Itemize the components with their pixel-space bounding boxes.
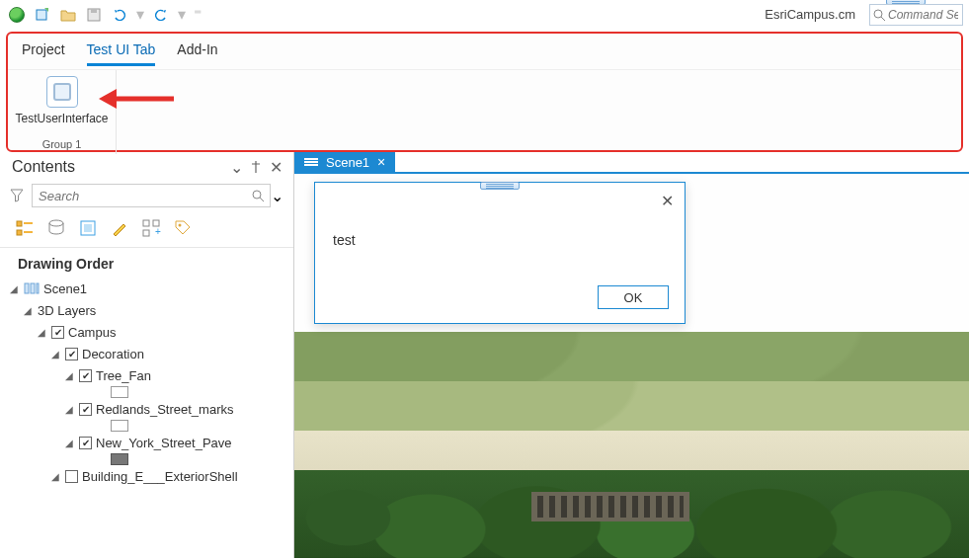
main-row: Contents ⌄ ✕ ⌄ + Drawing Order ◢Scene1 ◢… <box>0 152 969 558</box>
test-user-interface-button[interactable] <box>46 76 78 108</box>
list-by-source-icon[interactable] <box>45 217 67 239</box>
layer-tree: ◢Scene1 ◢3D Layers ◢✔Campus ◢✔Decoration… <box>0 278 293 495</box>
scene-icon <box>304 158 318 166</box>
ok-button[interactable]: OK <box>598 285 669 309</box>
undo-button[interactable] <box>109 4 130 26</box>
tree-label: Redlands_Street_marks <box>96 402 233 417</box>
contents-toolbar: + <box>0 213 293 248</box>
contents-header: Contents ⌄ ✕ <box>0 152 293 180</box>
collapse-icon[interactable]: ◢ <box>63 404 75 415</box>
drawing-order-title: Drawing Order <box>0 248 293 278</box>
svg-rect-2 <box>91 9 97 13</box>
tree-scene[interactable]: ◢Scene1 <box>8 278 285 299</box>
search-icon <box>872 8 886 22</box>
list-by-snapping-icon[interactable]: + <box>140 217 162 239</box>
collapse-icon[interactable]: ◢ <box>63 370 75 381</box>
tab-test-ui[interactable]: Test UI Tab <box>87 41 156 66</box>
tree-label: Campus <box>68 325 116 340</box>
command-search[interactable] <box>869 4 963 26</box>
svg-line-7 <box>260 198 264 201</box>
redo-icon <box>153 9 169 21</box>
tree-tree-fan[interactable]: ◢✔Tree_Fan <box>8 364 285 386</box>
close-icon[interactable]: × <box>377 154 385 170</box>
ribbon-group-label: Group 1 <box>8 138 116 150</box>
scene-tabs: Scene1 × <box>294 152 969 174</box>
collapse-icon[interactable]: ◢ <box>49 349 61 360</box>
filter-icon[interactable] <box>10 189 26 202</box>
square-icon <box>53 83 71 101</box>
tree-3d-layers[interactable]: ◢3D Layers <box>8 299 285 321</box>
collapse-icon[interactable]: ◢ <box>63 438 75 448</box>
folder-icon <box>60 8 76 22</box>
ribbon-highlight: Project Test UI Tab Add-In TestUserInter… <box>6 32 963 152</box>
list-by-drawing-order-icon[interactable] <box>14 217 36 239</box>
separator: ▾ <box>134 5 146 24</box>
app-menu-button[interactable] <box>6 4 28 26</box>
close-icon[interactable]: ✕ <box>268 159 283 175</box>
save-button[interactable] <box>83 4 105 26</box>
tree-redlands[interactable]: ◢✔Redlands_Street_marks <box>8 398 285 420</box>
svg-rect-9 <box>17 230 22 235</box>
search-dropdown[interactable]: ⌄ <box>271 187 283 205</box>
ribbon-tabs: Project Test UI Tab Add-In <box>8 34 961 66</box>
pin-icon[interactable] <box>248 159 264 175</box>
ribbon-button-label: TestUserInterface <box>8 112 116 125</box>
tree-campus[interactable]: ◢✔Campus <box>8 321 285 343</box>
svg-rect-21 <box>31 283 35 293</box>
ribbon-group-1: TestUserInterface Group 1 <box>8 70 117 154</box>
qat-customize-dropdown[interactable]: ⁼ <box>192 5 203 24</box>
open-button[interactable] <box>57 4 79 26</box>
tree-label: Decoration <box>82 347 144 361</box>
tree-newyork[interactable]: ◢✔New_York_Street_Pave <box>8 432 285 453</box>
contents-panel: Contents ⌄ ✕ ⌄ + Drawing Order ◢Scene1 ◢… <box>0 152 294 558</box>
collapse-icon[interactable]: ◢ <box>22 305 34 316</box>
checkbox[interactable]: ✔ <box>79 437 92 449</box>
svg-rect-15 <box>143 220 149 226</box>
tree-building[interactable]: ◢Building_E___ExteriorShell <box>8 465 285 487</box>
dialog-message: test <box>333 232 356 248</box>
tab-add-in[interactable]: Add-In <box>177 41 217 66</box>
tree-decoration[interactable]: ◢✔Decoration <box>8 343 285 364</box>
scene-tab[interactable]: Scene1 × <box>294 152 395 172</box>
tree-label: New_York_Street_Pave <box>96 436 232 450</box>
new-button[interactable] <box>32 4 53 26</box>
svg-line-4 <box>881 17 885 21</box>
search-icon[interactable] <box>251 189 265 202</box>
tree-label: 3D Layers <box>38 303 96 318</box>
checkbox[interactable] <box>65 470 78 483</box>
svg-point-12 <box>49 220 63 226</box>
list-by-selection-icon[interactable] <box>77 217 99 239</box>
new-icon <box>35 7 50 23</box>
svg-text:+: + <box>155 226 161 237</box>
dialog-grip[interactable] <box>480 182 520 190</box>
symbol-swatch <box>8 453 285 465</box>
collapse-icon[interactable]: ◢ <box>36 327 47 338</box>
tab-project[interactable]: Project <box>22 41 65 66</box>
redo-button[interactable] <box>150 4 172 26</box>
checkbox[interactable]: ✔ <box>51 326 64 339</box>
scene-tab-label: Scene1 <box>326 155 369 170</box>
checkbox[interactable]: ✔ <box>79 369 92 382</box>
undo-icon <box>112 9 127 21</box>
collapse-icon[interactable]: ◢ <box>49 471 61 482</box>
quick-access-toolbar: ▾ ▾ ⁼ EsriCampus.cm <box>0 0 969 30</box>
close-icon[interactable]: ✕ <box>657 191 677 210</box>
contents-title: Contents <box>12 158 75 176</box>
tree-label: Building_E___ExteriorShell <box>82 469 238 484</box>
checkbox[interactable]: ✔ <box>79 403 92 416</box>
project-name: EsriCampus.cm <box>765 7 855 22</box>
list-by-editing-icon[interactable] <box>109 217 130 239</box>
globe-icon <box>9 7 25 23</box>
save-icon <box>87 8 101 22</box>
svg-point-6 <box>253 191 261 199</box>
collapse-icon[interactable]: ◢ <box>8 283 20 294</box>
checkbox[interactable]: ✔ <box>65 348 78 360</box>
scene-viewport: Scene1 × ✕ test OK <box>294 152 969 558</box>
tree-label: Scene1 <box>43 281 87 296</box>
symbol-swatch <box>8 420 285 432</box>
list-by-labeling-icon[interactable] <box>172 217 194 239</box>
contents-search-input[interactable] <box>32 184 271 207</box>
panel-menu-button[interactable]: ⌄ <box>228 159 244 175</box>
symbol-swatch <box>8 386 285 398</box>
contents-search-row: ⌄ <box>0 180 293 213</box>
